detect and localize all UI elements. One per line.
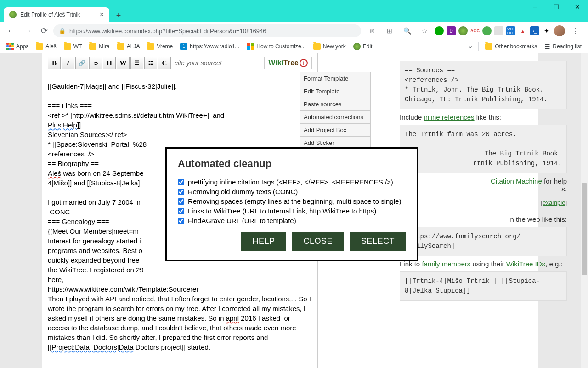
back-button[interactable]: ← bbox=[4, 23, 18, 38]
wikitree-ids-link[interactable]: WikiTree IDs bbox=[506, 260, 545, 268]
inline-references-link[interactable]: inline references bbox=[424, 113, 475, 121]
modal-option-dummy[interactable]: Removing old dummy texts (CONC) bbox=[178, 188, 406, 196]
forward-button: → bbox=[20, 23, 35, 38]
bookmark-link[interactable]: How to Customize... bbox=[244, 41, 308, 52]
tab-title: Edit Profile of Aleš Trtnik bbox=[20, 12, 80, 18]
italic-button[interactable]: I bbox=[62, 57, 74, 69]
close-button[interactable]: CLOSE bbox=[292, 232, 344, 251]
maximize-button[interactable]: ☐ bbox=[546, 0, 567, 14]
profile-avatar[interactable] bbox=[554, 25, 565, 36]
bold-button[interactable]: B bbox=[48, 57, 61, 69]
list-button[interactable]: ☰ bbox=[130, 57, 143, 69]
qr-icon[interactable]: ⊞ bbox=[382, 23, 397, 38]
wikitree-plus-menu: Format Template Edit Template Paste sour… bbox=[300, 72, 371, 150]
menu-automated-corrections[interactable]: Automated corrections bbox=[300, 111, 370, 124]
menu-format-template[interactable]: Format Template bbox=[300, 72, 370, 85]
ext-icon[interactable] bbox=[494, 26, 503, 35]
categories-button[interactable]: ☷ bbox=[144, 57, 157, 69]
ext-icon[interactable] bbox=[482, 26, 492, 35]
bookmark-link[interactable]: Edit bbox=[351, 41, 375, 52]
menu-paste-sources[interactable]: Paste sources bbox=[300, 98, 370, 111]
code-family-link: [[Trtnik-4|Mišo Trtnik]] [[Stupica-8|Jel… bbox=[400, 271, 567, 301]
cast-icon[interactable]: ⎚ bbox=[365, 23, 379, 38]
link2-button[interactable]: ⬭ bbox=[89, 57, 102, 69]
link-button[interactable]: 🔗 bbox=[75, 57, 88, 69]
cite-source-label: cite your source! bbox=[175, 59, 222, 67]
example-link[interactable]: example bbox=[543, 199, 565, 206]
help-button[interactable]: HELP bbox=[241, 232, 286, 251]
bookmark-folder[interactable]: New york bbox=[311, 41, 349, 52]
star-icon[interactable]: ☆ bbox=[417, 23, 432, 38]
scrollbar[interactable] bbox=[581, 53, 588, 368]
apps-button[interactable]: Apps bbox=[4, 41, 31, 52]
bookmarks-overflow[interactable]: » bbox=[466, 43, 475, 50]
citation-machine-link[interactable]: Citation Machine bbox=[491, 177, 542, 185]
zoom-icon[interactable]: 🔍 bbox=[400, 23, 414, 38]
close-button[interactable]: ✕ bbox=[567, 0, 588, 14]
ext-icon[interactable]: D bbox=[447, 26, 456, 35]
wiki-button[interactable]: W bbox=[117, 57, 130, 69]
ext-icon[interactable]: ONOFF bbox=[506, 26, 515, 35]
code-sources: == Sources == <references /> * Trtnik, J… bbox=[400, 61, 567, 109]
menu-add-project-box[interactable]: Add Project Box bbox=[300, 124, 370, 137]
ext-icon[interactable] bbox=[435, 26, 444, 35]
bookmark-folder[interactable]: Mira bbox=[86, 41, 112, 52]
ext-icon[interactable]: ▲ bbox=[518, 26, 527, 35]
url-text: https://www.wikitree.com/index.php?title… bbox=[69, 28, 266, 34]
bookmark-folder[interactable]: Vreme bbox=[144, 41, 175, 52]
minimize-button[interactable]: ─ bbox=[525, 0, 546, 14]
lock-icon: 🔒 bbox=[59, 28, 66, 34]
family-members-link[interactable]: family members bbox=[422, 260, 470, 268]
modal-option-findagrave[interactable]: FindAGrave URL (URL to template) bbox=[178, 217, 406, 224]
bookmark-folder[interactable]: WT bbox=[61, 41, 85, 52]
other-bookmarks[interactable]: Other bookmarks bbox=[482, 41, 540, 52]
modal-option-prettify[interactable]: prettifying inline citation tags (<REF>,… bbox=[178, 178, 406, 186]
select-button[interactable]: SELECT bbox=[350, 232, 406, 251]
browser-tab[interactable]: Edit Profile of Aleš Trtnik × bbox=[4, 7, 109, 22]
help-pane: == Sources == <references /> * Trtnik, J… bbox=[391, 53, 575, 308]
cite-button[interactable]: C bbox=[158, 57, 171, 69]
modal-title: Automated cleanup bbox=[178, 158, 406, 170]
code-inline-ref: The Trtnik farm was 20 acres.The Big Trt… bbox=[400, 125, 567, 173]
new-tab-button[interactable]: + bbox=[112, 9, 125, 22]
menu-edit-template[interactable]: Edit Template bbox=[300, 85, 370, 98]
bookmark-folder[interactable]: ALJA bbox=[114, 41, 143, 52]
extensions-icon[interactable]: ✦ bbox=[542, 26, 551, 35]
bookmark-folder[interactable]: Aleš bbox=[33, 41, 59, 52]
code-weblink: [https://www.familysearch.org/ FamilySea… bbox=[400, 227, 567, 256]
wikitree-plus-button[interactable]: WikiTree+ bbox=[264, 57, 312, 69]
modal-option-links[interactable]: Links to WikiTree (URL to Internal Link,… bbox=[178, 207, 406, 215]
tab-close-icon[interactable]: × bbox=[100, 11, 104, 19]
automated-cleanup-modal: Automated cleanup prettifying inline cit… bbox=[165, 147, 418, 261]
ext-icon[interactable] bbox=[458, 26, 468, 35]
reading-list[interactable]: ☰Reading list bbox=[542, 41, 584, 52]
heading-button[interactable]: H bbox=[103, 57, 116, 69]
modal-option-spaces[interactable]: Removing spaces (empty lines at the begi… bbox=[178, 197, 406, 205]
ext-icon[interactable]: ›_ bbox=[530, 26, 539, 35]
reload-button[interactable]: ⟳ bbox=[37, 23, 51, 38]
menu-button[interactable]: ⋮ bbox=[568, 23, 582, 38]
bookmark-link[interactable]: 1https://www.radio1... bbox=[177, 41, 242, 52]
ext-icon[interactable]: AGC bbox=[470, 26, 480, 35]
address-bar[interactable]: 🔒 https://www.wikitree.com/index.php?tit… bbox=[53, 24, 361, 37]
favicon-icon bbox=[9, 11, 17, 18]
